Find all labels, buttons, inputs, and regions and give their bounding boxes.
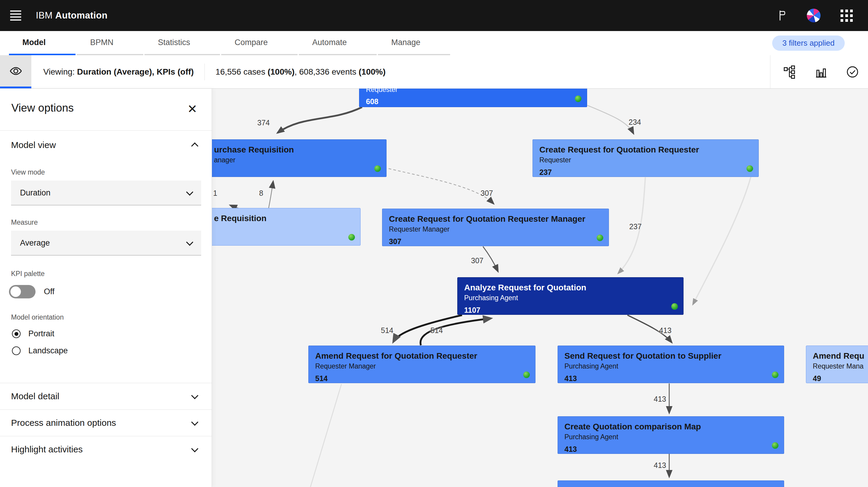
activity-node-amend-rfq-requester[interactable]: Amend Request for Quotation Requester Re…: [308, 346, 535, 383]
events-percent: (100%): [359, 67, 385, 76]
edge-label: 234: [629, 118, 641, 127]
section-highlight-activities[interactable]: Highlight activities: [0, 436, 212, 462]
viewing-divider: [205, 64, 205, 80]
activity-node-partial-bottom[interactable]: [558, 481, 784, 487]
edge-label: 413: [659, 326, 672, 335]
avatar-image: [807, 9, 820, 22]
activity-node-requisition[interactable]: e Requisition: [212, 208, 361, 246]
activity-node-create-quotation-map[interactable]: Create Quotation comparison Map Purchasi…: [558, 416, 784, 454]
section-label: Highlight activities: [11, 444, 83, 454]
node-count: 413: [564, 445, 777, 454]
view-mode-label: View mode: [11, 168, 212, 176]
tab-manage[interactable]: Manage: [378, 31, 451, 55]
hamburger-menu-icon[interactable]: [0, 0, 31, 31]
tab-automate[interactable]: Automate: [299, 31, 377, 55]
close-icon[interactable]: ✕: [184, 102, 200, 116]
filters-applied-badge[interactable]: 3 filters applied: [772, 35, 845, 51]
tab-statistics[interactable]: Statistics: [145, 31, 220, 55]
status-dot: [746, 165, 753, 172]
section-model-view[interactable]: Model view: [0, 131, 212, 159]
chevron-down-icon: [186, 188, 193, 195]
view-options-button[interactable]: [0, 55, 31, 88]
status-dot: [523, 371, 530, 378]
node-title: Amend Requ: [813, 351, 868, 361]
node-role: Requester Manager: [315, 362, 529, 370]
status-dot: [772, 371, 778, 378]
node-count: 413: [564, 374, 777, 383]
activity-node-create-rfq-requester-manager[interactable]: Create Request for Quotation Requester M…: [382, 208, 609, 246]
edge-label: 8: [259, 189, 263, 198]
cases-events-summary: 16,556 cases (100%), 608,336 events (100…: [216, 67, 385, 77]
edge-label: 307: [480, 189, 493, 198]
tab-list: Model BPMN Statistics Compare Automate M…: [9, 31, 451, 55]
node-count: 49: [813, 374, 868, 383]
activity-node-purchase-requisition[interactable]: urchase Requisition anager: [212, 139, 386, 177]
kpi-palette-toggle[interactable]: [9, 285, 35, 298]
node-role: anager: [214, 156, 380, 164]
node-role: Requester: [539, 156, 752, 164]
section-model-detail[interactable]: Model detail: [0, 383, 212, 410]
section-label: Model view: [11, 140, 56, 150]
view-mode-select[interactable]: Duration: [11, 181, 201, 205]
radio-portrait[interactable]: Portrait: [12, 329, 212, 338]
tab-model[interactable]: Model: [9, 31, 75, 55]
activity-node-amend-rfq-49[interactable]: Amend Requ Requester Mana 49: [806, 346, 868, 383]
measure-label: Measure: [11, 219, 212, 226]
node-title: urchase Requisition: [214, 145, 380, 155]
status-dot: [772, 442, 778, 449]
edge-label: 514: [381, 326, 394, 335]
edge-label: 413: [654, 461, 666, 470]
chevron-down-icon: [191, 445, 198, 452]
edge-label: 307: [471, 256, 484, 265]
viewing-bar: Viewing: Duration (Average), KPIs (off) …: [0, 55, 868, 89]
view-options-panel: View options ✕ Model view View mode Dura…: [0, 89, 212, 487]
bar-chart-icon[interactable]: [805, 55, 837, 88]
node-role: Purchasing Agent: [464, 294, 677, 302]
activity-node-analyze-rfq[interactable]: Analyze Request for Quotation Purchasing…: [457, 277, 684, 315]
chevron-up-icon: [191, 142, 198, 150]
events-count: , 608,336 events: [294, 67, 359, 76]
node-title: Create Request for Quotation Requester M…: [389, 214, 602, 224]
cases-count: 16,556 cases: [216, 67, 268, 76]
signpost-icon[interactable]: [771, 6, 790, 25]
chevron-down-icon: [191, 392, 198, 399]
node-count: 237: [539, 168, 752, 177]
measure-select[interactable]: Average: [11, 231, 201, 255]
activity-node-send-rfq-supplier[interactable]: Send Request for Quotation to Supplier P…: [558, 346, 784, 383]
eye-icon: [9, 64, 23, 78]
radio-label: Landscape: [28, 346, 68, 355]
brand-prefix: IBM: [36, 10, 53, 21]
activity-node-requester-608[interactable]: Requester 608: [359, 89, 587, 107]
check-circle-icon[interactable]: [837, 55, 868, 88]
node-title: Amend Request for Quotation Requester: [315, 351, 529, 361]
edge-label: 374: [257, 119, 270, 127]
brand-title: IBMAutomation: [36, 10, 107, 21]
node-title: e Requisition: [214, 214, 354, 223]
tab-compare[interactable]: Compare: [221, 31, 298, 55]
status-dot: [575, 96, 582, 102]
status-dot: [671, 303, 678, 310]
edge-label: 514: [430, 326, 443, 335]
node-role: Requester Manager: [389, 225, 602, 233]
cases-percent: (100%): [268, 67, 294, 76]
app-switcher-icon[interactable]: [837, 6, 856, 25]
brand-bold: Automation: [55, 10, 107, 21]
node-count: 1107: [464, 306, 677, 315]
tab-bpmn[interactable]: BPMN: [77, 31, 143, 55]
node-title: Analyze Request for Quotation: [464, 283, 677, 292]
tab-bar: Model BPMN Statistics Compare Automate M…: [0, 31, 868, 55]
radio-landscape[interactable]: Landscape: [12, 346, 212, 355]
section-process-animation-options[interactable]: Process animation options: [0, 410, 212, 436]
node-count: 307: [389, 237, 602, 246]
toggle-knob: [10, 287, 21, 297]
edge-label: 413: [654, 395, 666, 403]
viewing-label: Viewing:: [43, 67, 74, 76]
process-model-canvas[interactable]: Requester 608 urchase Requisition anager…: [212, 89, 868, 487]
node-role: Requester: [366, 89, 580, 94]
actions-divider: [770, 55, 770, 88]
activity-node-create-rfq-requester[interactable]: Create Request for Quotation Requester R…: [532, 139, 759, 177]
node-role: Requester Mana: [813, 362, 868, 370]
user-avatar[interactable]: [804, 6, 823, 25]
panel-title: View options: [11, 102, 74, 114]
process-tree-icon[interactable]: [774, 55, 805, 88]
